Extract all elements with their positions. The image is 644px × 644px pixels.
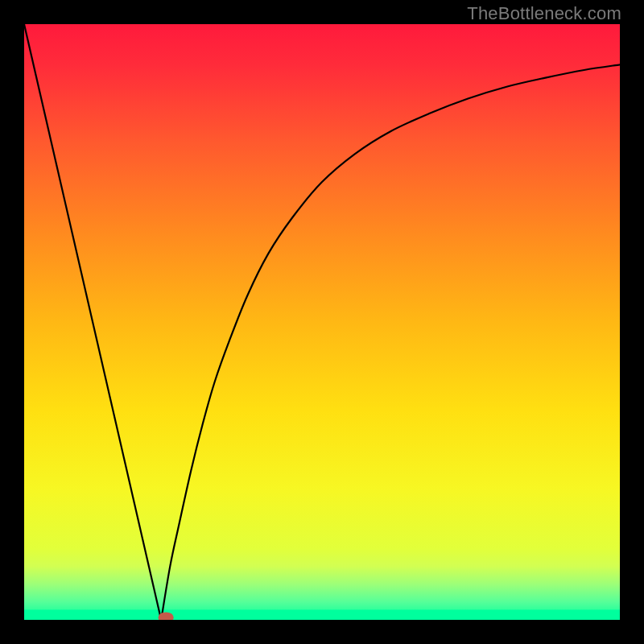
- gradient-background: [24, 24, 620, 620]
- baseline-band: [24, 609, 620, 620]
- plot-frame: [24, 24, 620, 620]
- bottleneck-chart: [24, 24, 620, 620]
- watermark-text: TheBottleneck.com: [467, 3, 621, 24]
